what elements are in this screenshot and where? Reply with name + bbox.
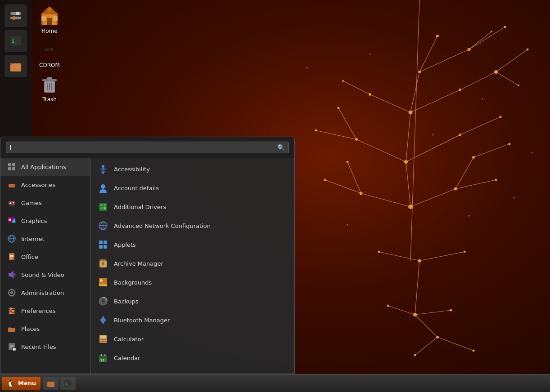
svg-line-32	[437, 337, 473, 351]
svg-rect-184	[100, 339, 102, 340]
svg-point-136	[11, 295, 13, 297]
svg-point-70	[469, 215, 470, 217]
app-item-calendar[interactable]: 28Calendar	[90, 348, 294, 367]
category-item-administration[interactable]: Administration	[0, 284, 90, 302]
app-icon-backups	[98, 296, 108, 307]
category-item-sound-video[interactable]: Sound & Video	[0, 266, 90, 284]
category-icon-sound-video	[7, 270, 17, 280]
svg-point-67	[473, 350, 475, 352]
category-icon-administration	[7, 288, 17, 298]
app-icon-advanced-network	[98, 220, 108, 231]
taskbar-menu-button[interactable]: 🐧 Menu	[2, 377, 41, 390]
svg-point-72	[370, 53, 371, 55]
svg-rect-169	[99, 245, 103, 249]
search-icon[interactable]: 🔍	[277, 144, 285, 151]
terminal-icon: $_	[9, 35, 22, 47]
desktop: Home DVD	[0, 0, 550, 392]
svg-rect-145	[8, 328, 15, 332]
categories-panel: All ApplicationsAccessoriesGamesGraphics…	[0, 158, 90, 374]
svg-point-55	[459, 89, 461, 91]
svg-point-35	[418, 259, 421, 263]
svg-point-135	[11, 289, 13, 290]
app-item-backgrounds[interactable]: Backgrounds	[90, 273, 294, 292]
taskbar-files-icon	[46, 379, 55, 388]
category-item-accessories[interactable]: Accessories	[0, 176, 90, 194]
svg-rect-168	[104, 241, 107, 244]
svg-line-30	[415, 310, 451, 315]
category-item-internet[interactable]: Internet	[0, 230, 90, 248]
cdrom-icon-label: CDROM	[39, 62, 60, 68]
svg-line-18	[406, 135, 460, 162]
taskbar-terminal-icon: $_	[63, 379, 72, 388]
sidebar-item-terminal[interactable]: $_	[5, 30, 27, 52]
app-item-archive-manager[interactable]: Archive Manager	[90, 254, 294, 273]
app-icon-applets	[98, 239, 108, 250]
app-item-additional-drivers[interactable]: Additional Drivers	[90, 197, 294, 216]
svg-text:$_: $_	[12, 39, 18, 44]
svg-marker-132	[9, 271, 14, 278]
svg-rect-112	[12, 163, 15, 166]
svg-line-3	[406, 112, 410, 162]
app-item-applets[interactable]: Applets	[90, 235, 294, 254]
taskbar-files-button[interactable]	[43, 377, 59, 390]
svg-point-57	[527, 49, 529, 51]
svg-point-116	[9, 184, 11, 186]
app-item-account-details[interactable]: Account details	[90, 178, 294, 197]
category-item-graphics[interactable]: Graphics	[0, 212, 90, 230]
app-icon-calculator	[98, 334, 108, 344]
category-item-places[interactable]: Places	[0, 320, 90, 338]
desktop-icon-home[interactable]: Home	[32, 4, 68, 34]
app-icon-additional-drivers	[98, 201, 108, 212]
svg-point-74	[482, 98, 483, 100]
desktop-icon-cdrom[interactable]: DVD CDROM	[32, 39, 68, 68]
category-item-games[interactable]: Games	[0, 194, 90, 212]
app-label-bluetooth: Bluetooth Manager	[114, 317, 170, 324]
svg-rect-81	[41, 16, 46, 21]
sidebar-item-settings[interactable]	[5, 4, 27, 27]
svg-point-178	[100, 279, 103, 282]
toggle-icon	[9, 9, 22, 22]
category-item-office[interactable]: Office	[0, 248, 90, 266]
app-item-bluetooth[interactable]: Bluetooth Manager	[90, 311, 294, 330]
svg-rect-185	[102, 339, 104, 340]
search-input[interactable]	[10, 144, 277, 151]
svg-line-9	[356, 139, 406, 162]
svg-rect-117	[12, 185, 14, 186]
svg-point-48	[342, 80, 344, 82]
svg-line-27	[379, 252, 419, 261]
category-label-games: Games	[21, 200, 41, 206]
svg-point-152	[102, 165, 104, 168]
taskbar: 🐧 Menu $_	[0, 374, 550, 392]
svg-line-0	[415, 261, 419, 315]
svg-point-144	[10, 312, 12, 314]
svg-line-24	[419, 49, 469, 72]
category-item-all[interactable]: All Applications	[0, 158, 90, 176]
category-icon-preferences	[7, 306, 17, 316]
svg-point-73	[433, 134, 434, 136]
app-item-advanced-network[interactable]: Advanced Network Configuration	[90, 216, 294, 235]
trash-icon-label: Trash	[42, 96, 57, 102]
svg-point-51	[472, 156, 475, 159]
app-item-backups[interactable]: Backups	[90, 292, 294, 311]
svg-point-34	[413, 313, 417, 316]
category-item-recent[interactable]: 🕒Recent Files	[0, 338, 90, 356]
svg-rect-159	[100, 204, 103, 206]
svg-point-37	[404, 160, 408, 164]
svg-point-138	[14, 292, 16, 294]
app-item-calculator[interactable]: Calculator	[90, 330, 294, 348]
category-label-all: All Applications	[21, 164, 66, 170]
category-icon-all	[7, 162, 17, 172]
taskbar-terminal-button[interactable]: $_	[60, 377, 76, 390]
svg-point-71	[532, 152, 533, 154]
app-item-accessibility[interactable]: Accessibility	[90, 160, 294, 178]
desktop-icon-trash[interactable]: Trash	[32, 73, 68, 102]
svg-line-156	[103, 171, 104, 174]
category-item-preferences[interactable]: Preferences	[0, 302, 90, 320]
category-icon-office	[7, 252, 17, 262]
app-label-calculator: Calculator	[114, 336, 144, 343]
svg-rect-186	[104, 339, 106, 340]
search-input-wrap[interactable]: 🔍	[6, 142, 289, 153]
svg-rect-113	[8, 167, 11, 170]
sidebar-item-files[interactable]	[5, 55, 27, 77]
svg-rect-172	[100, 259, 106, 261]
